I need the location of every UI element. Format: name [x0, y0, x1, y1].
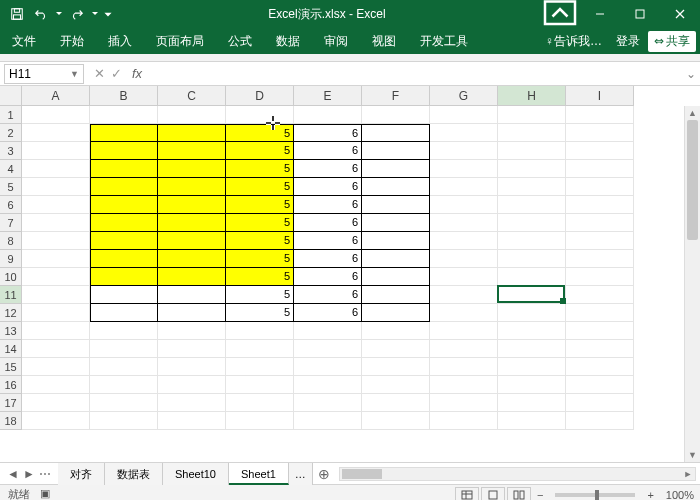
- cell-H10[interactable]: [498, 268, 566, 286]
- undo-dropdown-icon[interactable]: [54, 3, 64, 25]
- tell-me[interactable]: ♀ 告诉我…: [539, 28, 608, 54]
- cell-A12[interactable]: [22, 304, 90, 322]
- cell-F3[interactable]: [362, 142, 430, 160]
- cell-G16[interactable]: [430, 376, 498, 394]
- cell-I16[interactable]: [566, 376, 634, 394]
- sheet-tab[interactable]: Sheet1: [229, 463, 289, 485]
- cell-G9[interactable]: [430, 250, 498, 268]
- cell-E12[interactable]: 6: [294, 304, 362, 322]
- cell-I9[interactable]: [566, 250, 634, 268]
- cell-D1[interactable]: [226, 106, 294, 124]
- scroll-right-icon[interactable]: ►: [681, 469, 695, 479]
- cell-A13[interactable]: [22, 322, 90, 340]
- cell-I15[interactable]: [566, 358, 634, 376]
- cell-E6[interactable]: 6: [294, 196, 362, 214]
- cell-D13[interactable]: [226, 322, 294, 340]
- cell-H4[interactable]: [498, 160, 566, 178]
- tab-page-layout[interactable]: 页面布局: [144, 28, 216, 54]
- cell-H1[interactable]: [498, 106, 566, 124]
- cell-C5[interactable]: [158, 178, 226, 196]
- cell-C12[interactable]: [158, 304, 226, 322]
- cell-F4[interactable]: [362, 160, 430, 178]
- cell-B16[interactable]: [90, 376, 158, 394]
- cell-H15[interactable]: [498, 358, 566, 376]
- cell-C10[interactable]: [158, 268, 226, 286]
- cell-C11[interactable]: [158, 286, 226, 304]
- cell-H11[interactable]: [498, 286, 566, 304]
- cell-G13[interactable]: [430, 322, 498, 340]
- cell-F5[interactable]: [362, 178, 430, 196]
- cell-H18[interactable]: [498, 412, 566, 430]
- cell-F18[interactable]: [362, 412, 430, 430]
- cell-C3[interactable]: [158, 142, 226, 160]
- sheet-tab[interactable]: 对齐: [58, 463, 105, 485]
- cell-B17[interactable]: [90, 394, 158, 412]
- cell-C2[interactable]: [158, 124, 226, 142]
- vscroll-thumb[interactable]: [687, 120, 698, 240]
- cell-A9[interactable]: [22, 250, 90, 268]
- cell-B10[interactable]: [90, 268, 158, 286]
- cell-D16[interactable]: [226, 376, 294, 394]
- cell-I10[interactable]: [566, 268, 634, 286]
- cell-D17[interactable]: [226, 394, 294, 412]
- tab-view[interactable]: 视图: [360, 28, 408, 54]
- cell-G14[interactable]: [430, 340, 498, 358]
- col-header-D[interactable]: D: [226, 86, 294, 106]
- cell-H9[interactable]: [498, 250, 566, 268]
- cell-A16[interactable]: [22, 376, 90, 394]
- redo-icon[interactable]: [66, 3, 88, 25]
- new-sheet-button[interactable]: ⊕: [313, 466, 335, 482]
- tab-data[interactable]: 数据: [264, 28, 312, 54]
- cell-D8[interactable]: 5: [226, 232, 294, 250]
- cell-D3[interactable]: 5: [226, 142, 294, 160]
- sign-in[interactable]: 登录: [608, 28, 648, 54]
- horizontal-scrollbar[interactable]: ◄ ►: [339, 467, 696, 481]
- row-header-9[interactable]: 9: [0, 250, 22, 268]
- view-normal-icon[interactable]: [455, 487, 479, 501]
- col-header-G[interactable]: G: [430, 86, 498, 106]
- cell-A6[interactable]: [22, 196, 90, 214]
- zoom-in-button[interactable]: +: [643, 489, 657, 501]
- cell-E18[interactable]: [294, 412, 362, 430]
- cell-F12[interactable]: [362, 304, 430, 322]
- cell-I17[interactable]: [566, 394, 634, 412]
- cell-F7[interactable]: [362, 214, 430, 232]
- cell-I14[interactable]: [566, 340, 634, 358]
- zoom-slider[interactable]: [555, 493, 635, 497]
- col-header-A[interactable]: A: [22, 86, 90, 106]
- tab-more[interactable]: …: [289, 463, 313, 485]
- cell-E11[interactable]: 6: [294, 286, 362, 304]
- tab-home[interactable]: 开始: [48, 28, 96, 54]
- row-header-12[interactable]: 12: [0, 304, 22, 322]
- cell-G6[interactable]: [430, 196, 498, 214]
- cell-A3[interactable]: [22, 142, 90, 160]
- cell-I12[interactable]: [566, 304, 634, 322]
- cell-G3[interactable]: [430, 142, 498, 160]
- cell-B9[interactable]: [90, 250, 158, 268]
- formula-input[interactable]: [148, 64, 682, 84]
- row-header-4[interactable]: 4: [0, 160, 22, 178]
- fx-icon[interactable]: fx: [132, 66, 142, 81]
- cell-C15[interactable]: [158, 358, 226, 376]
- cell-A18[interactable]: [22, 412, 90, 430]
- col-header-E[interactable]: E: [294, 86, 362, 106]
- cell-F16[interactable]: [362, 376, 430, 394]
- close-button[interactable]: [660, 0, 700, 28]
- tab-nav-prev-icon[interactable]: ►: [22, 467, 36, 481]
- cell-H5[interactable]: [498, 178, 566, 196]
- col-header-C[interactable]: C: [158, 86, 226, 106]
- cell-H17[interactable]: [498, 394, 566, 412]
- cell-B11[interactable]: [90, 286, 158, 304]
- cell-F9[interactable]: [362, 250, 430, 268]
- vertical-scrollbar[interactable]: ▲ ▼: [684, 106, 700, 462]
- cell-I1[interactable]: [566, 106, 634, 124]
- cell-I18[interactable]: [566, 412, 634, 430]
- cell-G2[interactable]: [430, 124, 498, 142]
- cell-F15[interactable]: [362, 358, 430, 376]
- cell-I13[interactable]: [566, 322, 634, 340]
- cell-E10[interactable]: 6: [294, 268, 362, 286]
- cell-D4[interactable]: 5: [226, 160, 294, 178]
- cell-D15[interactable]: [226, 358, 294, 376]
- cell-I8[interactable]: [566, 232, 634, 250]
- cell-B18[interactable]: [90, 412, 158, 430]
